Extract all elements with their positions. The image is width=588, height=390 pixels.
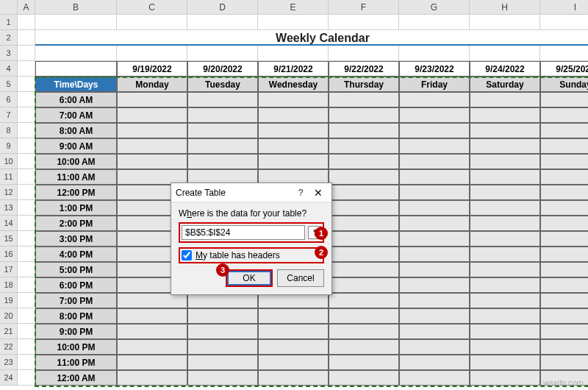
cell-D10[interactable] xyxy=(187,154,258,169)
cell-I21[interactable] xyxy=(540,324,588,339)
cell-G10[interactable] xyxy=(399,154,470,169)
headers-checkbox[interactable] xyxy=(182,250,192,260)
cell-D1[interactable] xyxy=(187,15,258,30)
cell-D6[interactable] xyxy=(187,92,258,107)
cell-E21[interactable] xyxy=(258,324,329,339)
cell-C24[interactable] xyxy=(117,370,187,386)
cell-C9[interactable] xyxy=(117,138,187,154)
cell-F20[interactable] xyxy=(329,308,399,324)
cell-B3[interactable] xyxy=(35,46,117,61)
cell-E5[interactable]: Wednesday xyxy=(258,77,329,92)
cell-A8[interactable] xyxy=(18,123,35,138)
cell-F11[interactable] xyxy=(329,169,399,185)
cell-F13[interactable] xyxy=(329,200,399,216)
col-header-D[interactable]: D xyxy=(187,0,258,15)
row-header-4[interactable]: 4 xyxy=(0,61,18,77)
cell-B16[interactable]: 4:00 PM xyxy=(35,247,117,262)
cell-A13[interactable] xyxy=(18,200,35,216)
row-header-10[interactable]: 10 xyxy=(0,154,18,169)
cell-H10[interactable] xyxy=(470,154,540,169)
cell-I13[interactable] xyxy=(540,200,588,216)
cell-A24[interactable] xyxy=(18,370,35,386)
cell-B20[interactable]: 8:00 PM xyxy=(35,308,117,324)
cell-B1[interactable] xyxy=(35,15,117,30)
cell-H1[interactable] xyxy=(470,15,540,30)
cell-I7[interactable] xyxy=(540,107,588,123)
cell-I8[interactable] xyxy=(540,123,588,138)
close-icon[interactable]: ✕ xyxy=(309,187,327,199)
cell-I6[interactable] xyxy=(540,92,588,107)
cell-G12[interactable] xyxy=(399,185,470,200)
cell-B17[interactable]: 5:00 PM xyxy=(35,262,117,277)
cell-C5[interactable]: Monday xyxy=(117,77,187,92)
cell-G22[interactable] xyxy=(399,339,470,355)
cell-B8[interactable]: 8:00 AM xyxy=(35,123,117,138)
cell-H3[interactable] xyxy=(470,46,540,61)
cell-C23[interactable] xyxy=(117,355,187,370)
cell-E1[interactable] xyxy=(258,15,329,30)
cell-I15[interactable] xyxy=(540,231,588,247)
row-header-23[interactable]: 23 xyxy=(0,355,18,370)
row-header-1[interactable]: 1 xyxy=(0,15,18,30)
cell-G14[interactable] xyxy=(399,216,470,231)
cell-H21[interactable] xyxy=(470,324,540,339)
cell-H19[interactable] xyxy=(470,293,540,308)
cell-D19[interactable] xyxy=(187,293,258,308)
cell-A9[interactable] xyxy=(18,138,35,154)
cell-G23[interactable] xyxy=(399,355,470,370)
cell-G3[interactable] xyxy=(399,46,470,61)
cell-B10[interactable]: 10:00 AM xyxy=(35,154,117,169)
cell-I17[interactable] xyxy=(540,262,588,277)
cell-F7[interactable] xyxy=(329,107,399,123)
cell-H9[interactable] xyxy=(470,138,540,154)
cell-F4[interactable]: 9/22/2022 xyxy=(329,61,399,77)
cell-H17[interactable] xyxy=(470,262,540,277)
range-input[interactable] xyxy=(182,225,305,240)
cell-A17[interactable] xyxy=(18,262,35,277)
cell-B12[interactable]: 12:00 PM xyxy=(35,185,117,200)
cell-B9[interactable]: 9:00 AM xyxy=(35,138,117,154)
select-all-corner[interactable] xyxy=(0,0,18,15)
row-header-3[interactable]: 3 xyxy=(0,46,18,61)
cell-I4[interactable]: 9/25/2022 xyxy=(540,61,588,77)
cell-H5[interactable]: Saturday xyxy=(470,77,540,92)
cell-H11[interactable] xyxy=(470,169,540,185)
cell-E3[interactable] xyxy=(258,46,329,61)
col-header-H[interactable]: H xyxy=(470,0,540,15)
cell-A16[interactable] xyxy=(18,247,35,262)
cell-G20[interactable] xyxy=(399,308,470,324)
cell-F24[interactable] xyxy=(329,370,399,386)
cell-E7[interactable] xyxy=(258,107,329,123)
row-header-12[interactable]: 12 xyxy=(0,185,18,200)
cell-E8[interactable] xyxy=(258,123,329,138)
cell-H16[interactable] xyxy=(470,247,540,262)
cell-E4[interactable]: 9/21/2022 xyxy=(258,61,329,77)
help-icon[interactable]: ? xyxy=(292,188,309,198)
cell-I14[interactable] xyxy=(540,216,588,231)
cell-D24[interactable] xyxy=(187,370,258,386)
cell-C10[interactable] xyxy=(117,154,187,169)
cell-D22[interactable] xyxy=(187,339,258,355)
cell-A3[interactable] xyxy=(18,46,35,61)
cell-E23[interactable] xyxy=(258,355,329,370)
cell-B15[interactable]: 3:00 PM xyxy=(35,231,117,247)
cell-C21[interactable] xyxy=(117,324,187,339)
row-header-16[interactable]: 16 xyxy=(0,247,18,262)
cell-D21[interactable] xyxy=(187,324,258,339)
cell-C7[interactable] xyxy=(117,107,187,123)
cell-C3[interactable] xyxy=(117,46,187,61)
cell-H22[interactable] xyxy=(470,339,540,355)
cell-H18[interactable] xyxy=(470,277,540,293)
cell-B24[interactable]: 12:00 AM xyxy=(35,370,117,386)
cell-H13[interactable] xyxy=(470,200,540,216)
cell-G8[interactable] xyxy=(399,123,470,138)
cell-F19[interactable] xyxy=(329,293,399,308)
cell-I20[interactable] xyxy=(540,308,588,324)
cell-A20[interactable] xyxy=(18,308,35,324)
cell-H20[interactable] xyxy=(470,308,540,324)
cell-I3[interactable] xyxy=(540,46,588,61)
row-header-9[interactable]: 9 xyxy=(0,138,18,154)
cell-F5[interactable]: Thursday xyxy=(329,77,399,92)
cell-C20[interactable] xyxy=(117,308,187,324)
cell-I11[interactable] xyxy=(540,169,588,185)
